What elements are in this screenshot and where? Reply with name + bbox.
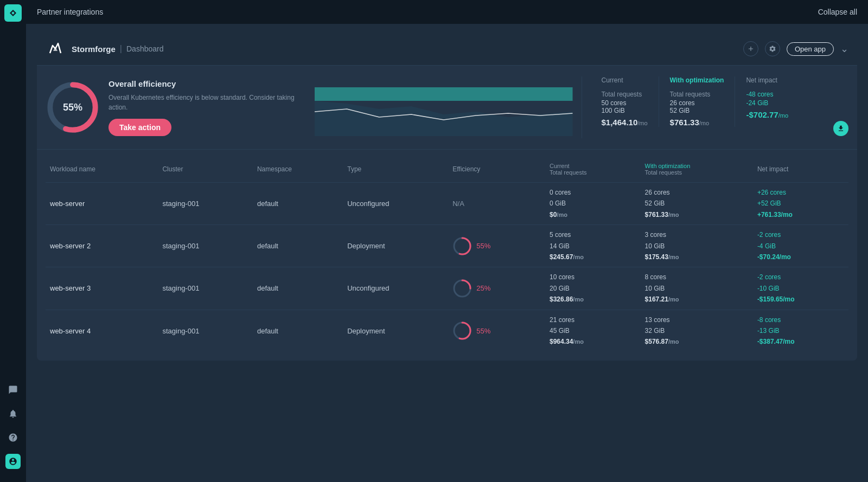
svg-marker-4 bbox=[315, 101, 573, 136]
chart-section bbox=[306, 76, 582, 138]
col-opt-header: With optimization Total requests bbox=[641, 158, 753, 183]
sidebar bbox=[0, 0, 26, 482]
collapse-all-button[interactable]: Collapse all bbox=[818, 8, 857, 16]
cell-cluster: staging-001 bbox=[158, 310, 252, 352]
cell-efficiency: N/A bbox=[448, 183, 545, 225]
card-divider: | bbox=[120, 44, 122, 54]
opt-gib: 52 GiB bbox=[670, 107, 724, 114]
main-content: Partner integrations Collapse all Stormf… bbox=[26, 0, 868, 482]
col-efficiency: Efficiency bbox=[448, 158, 545, 183]
efficiency-gauge: 25% bbox=[452, 279, 541, 298]
opt-header: With optimization bbox=[670, 76, 724, 84]
chat-icon[interactable] bbox=[5, 382, 21, 397]
table-scroll-area[interactable]: Workload name Cluster Namespace Type Eff… bbox=[46, 158, 848, 352]
table-row: web-server staging-001 default Unconfigu… bbox=[46, 183, 848, 225]
current-price: $1,464.10/mo bbox=[602, 118, 648, 127]
cell-workload-name: web-server bbox=[46, 183, 158, 225]
app-logo[interactable] bbox=[4, 4, 22, 22]
cell-namespace: default bbox=[253, 183, 343, 225]
cell-efficiency: 55% bbox=[448, 225, 545, 267]
cell-workload-name: web-server 2 bbox=[46, 225, 158, 267]
table-row: web-server 4 staging-001 default Deploym… bbox=[46, 310, 848, 352]
efficiency-percent: 55% bbox=[63, 102, 82, 113]
impact-price: -$702.77/mo bbox=[746, 110, 795, 119]
table-row: web-server 3 staging-001 default Unconfi… bbox=[46, 267, 848, 310]
cell-current: 10 cores 20 GiB $326.86/mo bbox=[545, 267, 641, 310]
efficiency-donut: 55% bbox=[46, 80, 100, 134]
cell-workload-name: web-server 3 bbox=[46, 267, 158, 310]
user-icon[interactable] bbox=[5, 454, 21, 469]
svg-marker-3 bbox=[315, 87, 573, 101]
cell-namespace: default bbox=[253, 225, 343, 267]
current-header: Current bbox=[602, 76, 648, 84]
content-area: Stormforge | Dashboard Open app ⌄ bbox=[26, 24, 868, 482]
cell-namespace: default bbox=[253, 267, 343, 310]
col-impact-header: Net impact bbox=[753, 158, 848, 183]
sidebar-bottom-icons bbox=[5, 382, 21, 478]
table-row: web-server 2 staging-001 default Deploym… bbox=[46, 225, 848, 267]
efficiency-widget: 55% Overall efficiency Overall Kubernete… bbox=[46, 76, 306, 138]
current-total-req-label: Total requests bbox=[602, 91, 648, 98]
card-actions: Open app ⌄ bbox=[743, 41, 848, 56]
efficiency-na: N/A bbox=[452, 200, 464, 208]
topbar: Partner integrations Collapse all bbox=[26, 0, 868, 24]
efficiency-desc: Overall Kubernetes efficiency is below s… bbox=[108, 93, 306, 112]
cell-impact: -8 cores -13 GiB -$387.47/mo bbox=[753, 310, 848, 352]
cell-cluster: staging-001 bbox=[158, 267, 252, 310]
cell-current: 5 cores 14 GiB $245.67/mo bbox=[545, 225, 641, 267]
cell-current: 21 cores 45 GiB $964.34/mo bbox=[545, 310, 641, 352]
cell-type: Deployment bbox=[343, 310, 448, 352]
col-type: Type bbox=[343, 158, 448, 183]
chevron-down-icon[interactable]: ⌄ bbox=[840, 43, 848, 55]
workloads-table: Workload name Cluster Namespace Type Eff… bbox=[46, 158, 848, 352]
col-namespace: Namespace bbox=[253, 158, 343, 183]
col-current-header: Current Total requests bbox=[545, 158, 641, 183]
cell-efficiency: 55% bbox=[448, 310, 545, 352]
efficiency-gauge: 55% bbox=[452, 321, 541, 340]
take-action-button[interactable]: Take action bbox=[108, 119, 171, 136]
open-app-button[interactable]: Open app bbox=[787, 42, 834, 56]
col-cluster: Cluster bbox=[158, 158, 252, 183]
current-stats: Current Total requests 50 cores 100 GiB … bbox=[591, 76, 659, 127]
help-icon[interactable] bbox=[5, 430, 21, 445]
impact-cores: -48 cores bbox=[746, 91, 795, 98]
card-header: Stormforge | Dashboard Open app ⌄ bbox=[37, 33, 857, 66]
impact-header: Net impact bbox=[746, 76, 795, 84]
cell-opt: 3 cores 10 GiB $175.43/mo bbox=[641, 225, 753, 267]
opt-cores: 26 cores bbox=[670, 99, 724, 107]
card-brand: Stormforge bbox=[72, 44, 116, 54]
card-subtitle: Dashboard bbox=[126, 44, 164, 53]
cell-cluster: staging-001 bbox=[158, 183, 252, 225]
current-gib: 100 GiB bbox=[602, 107, 648, 114]
stats-area: Current Total requests 50 cores 100 GiB … bbox=[582, 76, 849, 138]
opt-price: $761.33/mo bbox=[670, 118, 724, 127]
page-title: Partner integrations bbox=[37, 8, 103, 16]
opt-total-req-label: Total requests bbox=[670, 91, 724, 98]
impact-gib: -24 GiB bbox=[746, 99, 795, 107]
summary-section: 55% Overall efficiency Overall Kubernete… bbox=[37, 66, 857, 150]
efficiency-title: Overall efficiency bbox=[108, 79, 306, 88]
col-workload: Workload name bbox=[46, 158, 158, 183]
cell-efficiency: 25% bbox=[448, 267, 545, 310]
partner-card: Stormforge | Dashboard Open app ⌄ bbox=[37, 33, 857, 361]
cell-type: Unconfigured bbox=[343, 267, 448, 310]
cell-current: 0 cores 0 GiB $0/mo bbox=[545, 183, 641, 225]
add-button[interactable] bbox=[743, 41, 758, 56]
efficiency-info: Overall efficiency Overall Kubernetes ef… bbox=[108, 79, 306, 136]
download-button[interactable] bbox=[833, 121, 848, 136]
cell-type: Deployment bbox=[343, 225, 448, 267]
cell-workload-name: web-server 4 bbox=[46, 310, 158, 352]
bell-icon[interactable] bbox=[5, 406, 21, 421]
cell-impact: +26 cores +52 GiB +761.33/mo bbox=[753, 183, 848, 225]
opt-stats: With optimization Total requests 26 core… bbox=[659, 76, 736, 127]
impact-stats: Net impact -48 cores -24 GiB -$702.77/mo bbox=[735, 76, 806, 119]
cell-namespace: default bbox=[253, 310, 343, 352]
efficiency-gauge: 55% bbox=[452, 236, 541, 256]
cell-impact: -2 cores -4 GiB -$70.24/mo bbox=[753, 225, 848, 267]
cell-opt: 26 cores 52 GiB $761.33/mo bbox=[641, 183, 753, 225]
cell-impact: -2 cores -10 GiB -$159.65/mo bbox=[753, 267, 848, 310]
cell-cluster: staging-001 bbox=[158, 225, 252, 267]
stormforge-logo bbox=[46, 39, 65, 59]
settings-button[interactable] bbox=[765, 41, 780, 56]
current-cores: 50 cores bbox=[602, 99, 648, 107]
